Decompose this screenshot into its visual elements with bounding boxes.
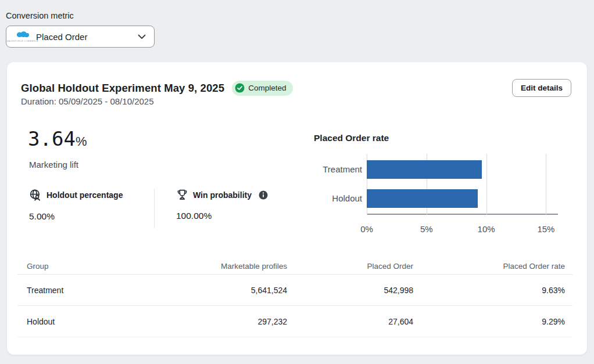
conversion-metric-label: Conversion metric — [6, 11, 155, 20]
cell-placed-order-rate: 9.63% — [413, 286, 572, 295]
results-table: Group Marketable profiles Placed Order P… — [17, 258, 572, 337]
cell-group: Holdout — [17, 317, 134, 326]
cell-placed-order-rate: 9.29% — [413, 317, 572, 326]
holdout-percentage-label: Holdout percentage — [46, 190, 123, 200]
chart-category-label-treatment: Treatment — [280, 164, 362, 175]
integration-icon-caption: SALESFORCE COMMERCE — [7, 40, 39, 42]
integration-cloud-icon: SALESFORCE COMMERCE — [15, 31, 30, 42]
chart-xtick-label: 15% — [537, 224, 554, 234]
chart-xtick-label: 10% — [478, 224, 495, 234]
holdout-percentage-metric: Holdout percentage 5.00% — [29, 189, 123, 222]
table-row-holdout: Holdout 297,232 27,604 9.29% — [17, 306, 572, 337]
chart-plot — [367, 154, 558, 215]
table-header-row: Group Marketable profiles Placed Order P… — [17, 258, 572, 275]
cell-group: Treatment — [17, 286, 134, 295]
chart-title: Placed Order rate — [314, 133, 389, 143]
cell-placed-order: 542,998 — [287, 286, 413, 295]
conversion-metric-selected-value: Placed Order — [36, 32, 138, 42]
marketing-lift-value: 3.64% — [28, 127, 87, 150]
chart-gridline — [486, 154, 487, 215]
chevron-down-icon — [138, 34, 146, 39]
chart-category-label-holdout: Holdout — [280, 193, 362, 204]
chart-xtick-label: 5% — [420, 224, 433, 234]
holdout-percentage-value: 5.00% — [29, 211, 123, 222]
info-icon[interactable] — [259, 190, 268, 200]
check-circle-icon — [235, 83, 245, 93]
trophy-icon — [176, 189, 188, 201]
conversion-metric-dropdown[interactable]: SALESFORCE COMMERCE Placed Order — [6, 26, 155, 48]
status-badge: Completed — [232, 81, 293, 96]
page-background: { "conversion_metric": { "label": "Conve… — [0, 0, 594, 364]
win-probability-metric: Win probability 100.00% — [176, 189, 268, 221]
experiment-title: Global Holdout Experiment May 9, 2025 — [21, 82, 224, 95]
experiment-header: Global Holdout Experiment May 9, 2025 Co… — [21, 79, 571, 97]
table-header-group: Group — [17, 262, 134, 271]
chart-bar-holdout — [367, 189, 478, 208]
chart-xtick-label: 0% — [360, 224, 373, 234]
win-probability-label: Win probability — [193, 190, 252, 200]
experiment-card: Global Holdout Experiment May 9, 2025 Co… — [7, 62, 587, 355]
conversion-metric-section: Conversion metric SALESFORCE COMMERCE Pl… — [6, 11, 155, 48]
table-row-treatment: Treatment 5,641,524 542,998 9.63% — [17, 275, 572, 306]
marketing-lift-label: Marketing lift — [29, 160, 78, 170]
table-header-placed-order: Placed Order — [287, 262, 413, 271]
holdout-audience-globe-icon — [29, 189, 42, 201]
chart-bar-treatment — [367, 160, 482, 179]
experiment-duration: Duration: 05/09/2025 - 08/10/2025 — [21, 96, 154, 106]
chart-xticks: 0%5%10%15% — [367, 224, 558, 236]
edit-details-button[interactable]: Edit details — [512, 79, 571, 97]
cell-marketable-profiles: 297,232 — [134, 317, 287, 326]
table-header-placed-order-rate: Placed Order rate — [413, 262, 572, 271]
cell-marketable-profiles: 5,641,524 — [134, 286, 287, 295]
win-probability-value: 100.00% — [176, 211, 268, 221]
chart-gridline — [546, 154, 546, 215]
cell-placed-order: 27,604 — [287, 317, 413, 326]
status-badge-label: Completed — [248, 84, 286, 92]
table-header-marketable-profiles: Marketable profiles — [134, 262, 287, 271]
metrics-divider — [154, 189, 155, 228]
